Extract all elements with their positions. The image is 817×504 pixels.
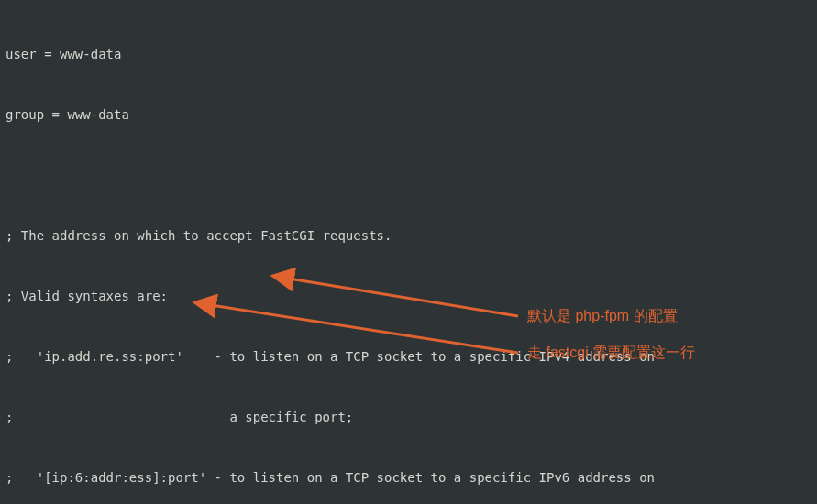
config-text-editor[interactable]: user = www-data group = www-data ; The a… [0,0,817,504]
config-line: ; Valid syntaxes are: [6,286,811,306]
config-line: ; a specific port; [6,407,811,427]
config-line: ; '[ip:6:addr:ess]:port' - to listen on … [6,467,811,488]
config-line: ; The address on which to accept FastCGI… [6,225,811,246]
config-line [6,165,811,185]
annotation-note-1: 默认是 php-fpm 的配置 [527,306,678,326]
config-line: user = www-data [6,44,811,64]
annotation-note-2: 走 fastcgi 需要配置这一行 [527,343,695,363]
config-line: group = www-data [6,104,811,125]
